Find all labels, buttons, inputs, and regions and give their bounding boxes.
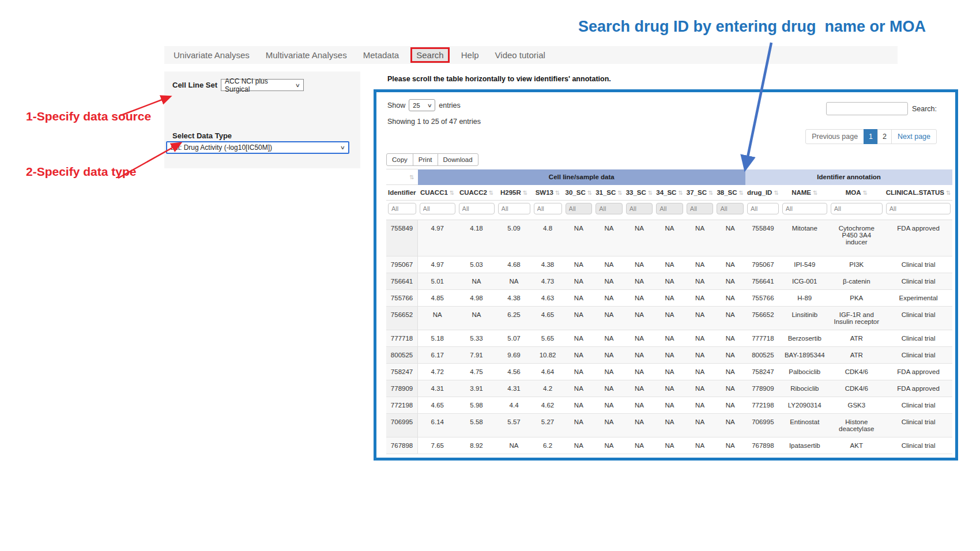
- cell: NA: [715, 330, 745, 347]
- column-header-drug_ID[interactable]: drug_ID⇅: [745, 185, 781, 201]
- identifier-sort-header[interactable]: ⇅: [386, 169, 418, 185]
- table-row[interactable]: 8005256.177.919.6910.82NANANANANANA80052…: [386, 347, 952, 364]
- column-header-SW13[interactable]: SW13⇅: [532, 185, 564, 201]
- cell: BAY-1895344: [781, 347, 829, 364]
- sort-icon: ⇅: [587, 190, 592, 196]
- cell: 9.69: [496, 347, 532, 364]
- cell: 706995: [386, 414, 418, 437]
- export-buttons: Copy Print Download: [386, 153, 478, 166]
- cell: Entinostat: [781, 414, 829, 437]
- filter-input-Identifier[interactable]: [388, 203, 416, 214]
- page-2-button[interactable]: 2: [877, 129, 892, 144]
- column-header-CUACC1[interactable]: CUACC1⇅: [418, 185, 457, 201]
- column-header-CUACC2[interactable]: CUACC2⇅: [457, 185, 496, 201]
- table-row[interactable]: 7777185.185.335.075.65NANANANANANA777718…: [386, 330, 952, 347]
- cell: NA: [715, 437, 745, 454]
- results-table: ⇅Cell line/sample dataIdentifier annotat…: [386, 169, 952, 454]
- table-row[interactable]: 7557664.854.984.384.63NANANANANANA755766…: [386, 290, 952, 307]
- filter-cell: [829, 201, 884, 220]
- table-row[interactable]: 7950674.975.034.684.38NANANANANANA795067…: [386, 256, 952, 273]
- cell: NA: [715, 220, 745, 256]
- column-header-38_SC[interactable]: 38_SC⇅: [715, 185, 745, 201]
- table-row[interactable]: 7558494.974.185.094.8NANANANANANA755849M…: [386, 220, 952, 256]
- cell: NA: [564, 307, 594, 330]
- table-row[interactable]: 7789094.313.914.314.2NANANANANANA778909R…: [386, 380, 952, 397]
- filter-input-NAME[interactable]: [782, 203, 827, 214]
- cell: Clinical trial: [884, 256, 953, 273]
- cell: 4.56: [496, 364, 532, 380]
- cell: 5.18: [418, 330, 457, 347]
- cell: NA: [715, 364, 745, 380]
- nav-tab-multivariate-analyses[interactable]: Multivariate Analyses: [266, 50, 347, 60]
- cell: NA: [594, 437, 624, 454]
- cell: NA: [654, 347, 685, 364]
- cell: NA: [685, 437, 715, 454]
- search-input[interactable]: [826, 102, 908, 115]
- filter-input-CLINICAL.STATUS[interactable]: [886, 203, 951, 214]
- column-header-Identifier[interactable]: Identifier: [386, 185, 418, 201]
- page-length-value: 25: [413, 102, 420, 109]
- cell: Mitotane: [781, 220, 829, 256]
- annotation-step2: 2-Specify data type: [26, 165, 136, 179]
- column-header-H295R[interactable]: H295R⇅: [496, 185, 532, 201]
- column-header-37_SC[interactable]: 37_SC⇅: [685, 185, 715, 201]
- cell: Ipatasertib: [781, 437, 829, 454]
- cell: NA: [715, 290, 745, 307]
- previous-page-button[interactable]: Previous page: [805, 129, 864, 144]
- table-row[interactable]: 7566415.01NANA4.73NANANANANANA756641ICG-…: [386, 273, 952, 290]
- cell: NA: [624, 380, 655, 397]
- column-header-MOA[interactable]: MOA⇅: [829, 185, 884, 201]
- filter-input-CUACC2[interactable]: [459, 203, 495, 214]
- table-row[interactable]: 7721984.655.984.44.62NANANANANANA772198L…: [386, 397, 952, 414]
- cell: 4.75: [457, 364, 496, 380]
- table-row[interactable]: 7678987.658.92NA6.2NANANANANANA767898Ipa…: [386, 437, 952, 454]
- next-page-button[interactable]: Next page: [891, 129, 937, 144]
- print-button[interactable]: Print: [413, 153, 438, 166]
- column-header-33_SC[interactable]: 33_SC⇅: [624, 185, 655, 201]
- cell-line-set-select[interactable]: ACC NCI plus Surgical ∨: [221, 79, 304, 91]
- filter-input-CUACC1[interactable]: [420, 203, 455, 214]
- nav-tab-help[interactable]: Help: [461, 50, 479, 60]
- filter-input-SW13[interactable]: [534, 203, 562, 214]
- cell: NA: [564, 380, 594, 397]
- column-header-34_SC[interactable]: 34_SC⇅: [654, 185, 685, 201]
- filter-cell: [386, 201, 418, 220]
- sort-icon: ⇅: [409, 174, 414, 180]
- page-1-button[interactable]: 1: [864, 129, 878, 144]
- sort-icon: ⇅: [450, 190, 454, 196]
- group-header-row: ⇅Cell line/sample dataIdentifier annotat…: [386, 169, 952, 185]
- column-header-30_SC[interactable]: 30_SC⇅: [564, 185, 594, 201]
- column-header-CLINICAL.STATUS[interactable]: CLINICAL.STATUS⇅: [884, 185, 953, 201]
- nav-tab-search[interactable]: Search: [416, 50, 444, 60]
- cell: ATR: [829, 330, 884, 347]
- data-type-select[interactable]: act: Drug Activity (-log10[IC50M]) ∨: [166, 141, 349, 154]
- filter-input-H295R[interactable]: [498, 203, 530, 214]
- nav-tab-univariate-analyses[interactable]: Univariate Analyses: [174, 50, 250, 60]
- download-button[interactable]: Download: [438, 153, 478, 166]
- cell: NA: [685, 290, 715, 307]
- column-header-31_SC[interactable]: 31_SC⇅: [594, 185, 624, 201]
- filter-input-30_SC: [566, 203, 593, 214]
- filter-input-MOA[interactable]: [831, 203, 883, 214]
- search-label: Search:: [912, 105, 937, 113]
- nav-tab-video-tutorial[interactable]: Video tutorial: [495, 50, 545, 60]
- filter-input-drug_ID[interactable]: [747, 203, 779, 214]
- cell: 4.97: [418, 256, 457, 273]
- column-header-NAME[interactable]: NAME⇅: [781, 185, 829, 201]
- table-row[interactable]: 7582474.724.754.564.64NANANANANANA758247…: [386, 364, 952, 380]
- cell: NA: [594, 256, 624, 273]
- cell: NA: [624, 307, 655, 330]
- nav-tab-metadata[interactable]: Metadata: [363, 50, 399, 60]
- cell: NA: [564, 347, 594, 364]
- cell: NA: [624, 290, 655, 307]
- copy-button[interactable]: Copy: [386, 153, 413, 166]
- cell: NA: [715, 307, 745, 330]
- table-row[interactable]: 7069956.145.585.575.27NANANANANANA706995…: [386, 414, 952, 437]
- cell: NA: [685, 380, 715, 397]
- table-row[interactable]: 756652NANA6.254.65NANANANANANA756652Lins…: [386, 307, 952, 330]
- cell: PI3K: [829, 256, 884, 273]
- page-length-select[interactable]: 25 ∨: [409, 99, 435, 111]
- cell: 4.62: [532, 397, 564, 414]
- cell: NA: [564, 330, 594, 347]
- cell: NA: [654, 414, 685, 437]
